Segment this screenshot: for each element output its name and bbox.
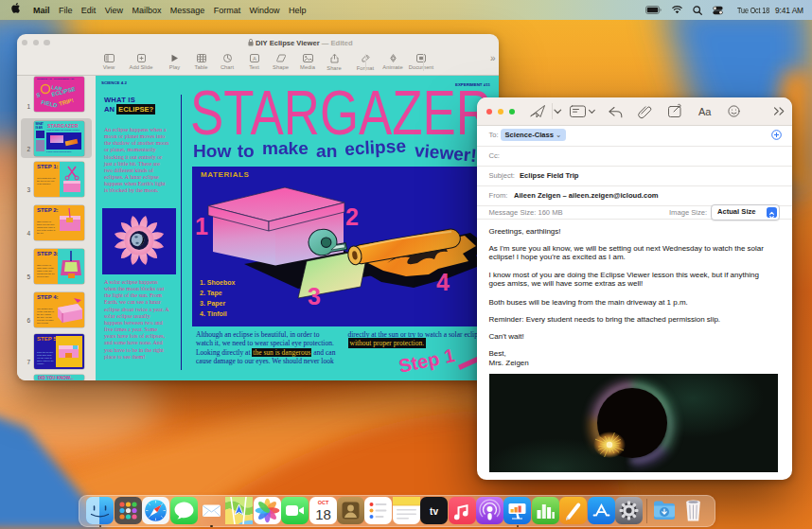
svg-text:A: A — [252, 55, 256, 61]
svg-text:18: 18 — [315, 506, 331, 522]
svg-text:Aa: Aa — [698, 106, 712, 117]
svg-text:OCT: OCT — [317, 500, 328, 505]
svg-text:FIELD: FIELD — [41, 99, 59, 109]
svg-text:S: S — [36, 92, 42, 98]
svg-text:3: 3 — [308, 283, 321, 309]
svg-text:tv: tv — [430, 506, 438, 517]
svg-text:4: 4 — [436, 269, 450, 295]
svg-text:TRIP!: TRIP! — [59, 97, 75, 107]
svg-text:2: 2 — [345, 203, 359, 230]
svg-text:1: 1 — [195, 213, 208, 239]
